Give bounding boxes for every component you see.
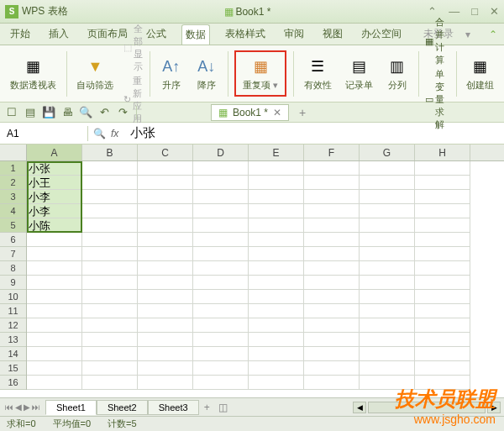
col-header[interactable]: E (249, 145, 304, 160)
menu-formula[interactable]: 公式 (143, 24, 170, 44)
cell[interactable] (138, 318, 193, 333)
cell[interactable] (193, 304, 249, 318)
doc-tab-add-icon[interactable]: + (299, 106, 306, 119)
cell[interactable] (82, 218, 138, 233)
row-header[interactable]: 2 (0, 176, 26, 190)
cell[interactable] (415, 176, 470, 190)
ribbon-autofilter[interactable]: ▼ 自动筛选 (73, 54, 117, 93)
cell[interactable] (304, 347, 360, 361)
menu-office[interactable]: 办公空间 (358, 24, 405, 44)
cell[interactable] (138, 376, 193, 390)
cell[interactable]: 小李 (27, 190, 82, 204)
cell[interactable] (360, 204, 415, 218)
cell[interactable]: 小李 (27, 204, 82, 218)
ribbon-duplicates[interactable]: ▦ 重复项 ▾ (239, 54, 281, 93)
cell[interactable] (304, 304, 360, 318)
col-header[interactable]: G (360, 145, 415, 160)
cell[interactable] (27, 304, 82, 318)
cell[interactable] (193, 333, 249, 347)
cell[interactable] (82, 290, 138, 304)
select-all-corner[interactable] (0, 145, 27, 161)
row-header[interactable]: 11 (0, 304, 26, 318)
sheet-add-icon[interactable]: + (199, 402, 215, 413)
col-header[interactable]: A (27, 145, 82, 160)
cell[interactable] (193, 361, 249, 376)
sheet-tab[interactable]: Sheet2 (97, 400, 148, 415)
cell[interactable] (304, 276, 360, 290)
row-header[interactable]: 3 (0, 190, 26, 204)
cell[interactable] (82, 161, 138, 176)
sheet-tab[interactable]: Sheet1 (45, 400, 97, 415)
cell[interactable] (249, 304, 304, 318)
maximize-icon[interactable]: □ (471, 5, 478, 18)
fx-icon[interactable]: fx (111, 128, 118, 139)
row-header[interactable]: 9 (0, 276, 26, 290)
cell[interactable] (249, 347, 304, 361)
cell[interactable] (304, 204, 360, 218)
row-header[interactable]: 15 (0, 361, 26, 376)
cell[interactable] (360, 176, 415, 190)
cell[interactable] (82, 276, 138, 290)
cell[interactable] (27, 290, 82, 304)
fb-cancel-icon[interactable]: 🔍 (93, 128, 106, 139)
cell[interactable] (193, 233, 249, 247)
cell[interactable] (415, 333, 470, 347)
cell[interactable] (415, 233, 470, 247)
cell[interactable] (193, 176, 249, 190)
redo-icon[interactable]: ↷ (116, 106, 129, 119)
cell[interactable] (249, 218, 304, 233)
cell[interactable] (360, 361, 415, 376)
cell[interactable] (304, 361, 360, 376)
cell[interactable] (360, 233, 415, 247)
row-header[interactable]: 1 (0, 161, 26, 176)
cell[interactable] (415, 304, 470, 318)
cell[interactable] (360, 290, 415, 304)
cell[interactable] (138, 247, 193, 261)
cell[interactable] (82, 361, 138, 376)
ribbon-collapse-icon[interactable]: ⌃ (489, 29, 497, 40)
cell[interactable] (193, 204, 249, 218)
ribbon-create-group[interactable]: ▦ 创建组 (463, 54, 497, 93)
cell[interactable] (27, 233, 82, 247)
cell[interactable] (27, 276, 82, 290)
cell[interactable] (138, 233, 193, 247)
open-icon[interactable]: ▤ (24, 106, 37, 119)
cell[interactable] (304, 333, 360, 347)
cell[interactable] (193, 161, 249, 176)
cell[interactable] (27, 376, 82, 390)
cell[interactable] (27, 347, 82, 361)
document-tab[interactable]: ▦ Book1 * ✕ (211, 104, 289, 121)
cell[interactable] (82, 176, 138, 190)
menu-start[interactable]: 开始 (7, 24, 34, 44)
cell[interactable] (193, 347, 249, 361)
cell[interactable] (138, 261, 193, 276)
menu-insert[interactable]: 插入 (45, 24, 72, 44)
cell[interactable] (360, 318, 415, 333)
cell[interactable] (138, 190, 193, 204)
new-icon[interactable]: ☐ (5, 106, 18, 119)
doc-tab-close-icon[interactable]: ✕ (273, 107, 281, 118)
cell[interactable] (360, 304, 415, 318)
cell[interactable] (249, 261, 304, 276)
sheet-nav-prev-icon[interactable]: ◀ (15, 402, 22, 412)
cell[interactable] (249, 247, 304, 261)
row-header[interactable]: 6 (0, 233, 26, 247)
cell[interactable] (249, 361, 304, 376)
cell[interactable] (138, 161, 193, 176)
cell[interactable] (360, 218, 415, 233)
cell[interactable] (249, 333, 304, 347)
cell[interactable] (304, 190, 360, 204)
row-header[interactable]: 14 (0, 347, 26, 361)
ribbon-sort-asc[interactable]: A↑ 升序 (157, 54, 186, 93)
sheet-split-icon[interactable]: ◫ (218, 402, 228, 413)
menu-review[interactable]: 审阅 (281, 24, 307, 44)
cell[interactable] (304, 376, 360, 390)
formula-input[interactable]: 小张 (123, 124, 504, 143)
menu-tablestyle[interactable]: 表格样式 (222, 24, 269, 44)
row-header[interactable]: 12 (0, 318, 26, 333)
cell[interactable] (193, 218, 249, 233)
cell[interactable] (82, 204, 138, 218)
cell[interactable] (304, 176, 360, 190)
hscroll-right-icon[interactable]: ▶ (487, 402, 501, 413)
cell[interactable] (27, 247, 82, 261)
